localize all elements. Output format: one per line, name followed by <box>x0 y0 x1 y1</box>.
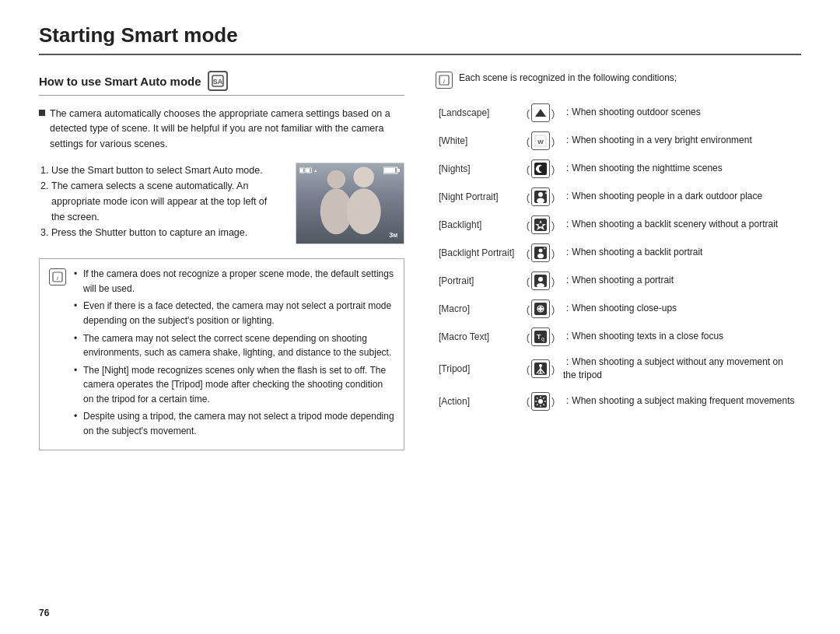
svg-text:i: i <box>57 275 58 282</box>
scene-row-night-portrait: [Night Portrait] ( ✦ <box>436 185 801 208</box>
camera-preview: ▲ <box>296 163 404 244</box>
backlight-icon <box>531 215 550 234</box>
content-columns: How to use Smart Auto mode SA The camera… <box>39 71 801 450</box>
svg-point-30 <box>539 249 543 253</box>
scene-desc-backlight: :When shooting a backlit scenery without… <box>560 213 801 236</box>
scene-row-macro: [Macro] ( <box>436 297 801 321</box>
svg-text:✦: ✦ <box>544 191 547 195</box>
scene-label-night-portrait: [Night Portrait] <box>436 185 521 208</box>
svg-rect-3 <box>300 169 303 173</box>
scene-desc-landscape: :When shooting outdoor scenes <box>560 101 801 124</box>
step-3: Press the Shutter button to capture an i… <box>51 225 283 240</box>
scene-label-portrait: [Portrait] <box>436 269 521 292</box>
scene-icon-landscape: ( ) <box>521 101 560 124</box>
svg-text:i: i <box>443 78 445 85</box>
backlight-portrait-icon: ✦ <box>531 243 550 262</box>
scene-icon-tripod: ( <box>521 353 560 385</box>
scene-desc-macro-text: :When shooting texts in a close focus <box>560 325 801 349</box>
note-item-2: Even if there is a face detected, the ca… <box>74 299 394 328</box>
svg-rect-5 <box>306 169 310 173</box>
scene-row-landscape: [Landscape] ( ) <box>436 101 801 124</box>
scene-label-macro-text: [Macro Text] <box>436 325 521 349</box>
right-column: i Each scene is recognized in the follow… <box>436 71 801 450</box>
intro-block: The camera automatically chooses the app… <box>39 107 404 152</box>
left-column: How to use Smart Auto mode SA The camera… <box>39 71 404 450</box>
section-heading-text: How to use Smart Auto mode <box>39 75 201 88</box>
svg-text:▲: ▲ <box>313 169 317 173</box>
page-container: Starting Smart mode How to use Smart Aut… <box>0 0 840 634</box>
scene-desc-night-portrait: :When shooting people in a dark outdoor … <box>560 185 801 208</box>
preview-3m-label: 3M <box>389 231 397 239</box>
svg-text:✦: ✦ <box>543 247 546 250</box>
scene-row-white: [White] ( W ) <box>436 129 801 152</box>
white-icon: W <box>531 131 550 150</box>
page-title: Starting Smart mode <box>39 23 801 55</box>
tripod-icon <box>531 359 550 378</box>
note-item-3: The camera may not select the correct sc… <box>74 331 394 360</box>
scene-icon-white: ( W ) <box>521 129 560 152</box>
svg-point-31 <box>537 254 544 258</box>
scene-icon-night-portrait: ( ✦ ) <box>521 185 560 208</box>
scene-label-action: [Action] <box>436 390 521 413</box>
macro-text-icon: T q <box>531 328 550 346</box>
note-item-5: Despite using a tripod, the camera may n… <box>74 409 394 438</box>
scene-row-portrait: [Portrait] ( <box>436 269 801 292</box>
scene-label-macro: [Macro] <box>436 297 521 321</box>
scene-label-landscape: [Landscape] <box>436 101 521 124</box>
svg-text:SA: SA <box>212 78 222 86</box>
svg-rect-9 <box>384 168 395 173</box>
scene-row-nights: [Nights] ( ) <box>436 157 801 180</box>
bullet-icon <box>39 110 45 116</box>
svg-marker-18 <box>535 109 546 117</box>
note-box: i If the camera does not recognize a pro… <box>39 258 404 450</box>
page-number: 76 <box>39 608 49 618</box>
landscape-icon <box>531 103 550 122</box>
svg-point-46 <box>539 364 542 367</box>
scene-row-macro-text: [Macro Text] ( T q <box>436 325 801 349</box>
scene-label-nights: [Nights] <box>436 157 521 180</box>
steps-area: Use the Smart button to select Smart Aut… <box>39 163 404 244</box>
preview-top-bar: ▲ <box>299 166 401 176</box>
scene-icon-macro-text: ( T q ) <box>521 325 560 349</box>
note-item-1: If the camera does not recognize a prope… <box>74 267 394 296</box>
svg-text:W: W <box>537 138 544 145</box>
right-note-icon: i <box>436 72 453 89</box>
scene-icon-nights: ( ) <box>521 157 560 180</box>
scene-desc-backlight-portrait: :When shooting a backlit portrait <box>560 241 801 264</box>
scene-label-backlight: [Backlight] <box>436 213 521 236</box>
note-icon: i <box>49 268 66 285</box>
scene-desc-white: :When shooting in a very bright environm… <box>560 129 801 152</box>
action-icon <box>531 392 550 411</box>
note-item-4: The [Night] mode recognizes scenes only … <box>74 363 394 407</box>
scene-desc-action: :When shooting a subject making frequent… <box>560 390 801 413</box>
scene-row-backlight: [Backlight] ( <box>436 213 801 236</box>
scene-row-action: [Action] ( <box>436 390 801 413</box>
scene-label-tripod: [Tripod] <box>436 353 521 385</box>
nights-icon <box>531 159 550 178</box>
scene-table: [Landscape] ( ) <box>436 101 801 413</box>
scene-icon-portrait: ( ) <box>521 269 560 292</box>
scene-desc-portrait: :When shooting a portrait <box>560 269 801 292</box>
svg-point-48 <box>538 399 543 404</box>
right-note: i Each scene is recognized in the follow… <box>436 71 801 89</box>
notes-list: If the camera does not recognize a prope… <box>74 267 394 442</box>
svg-text:q: q <box>541 336 544 342</box>
smart-auto-icon: SA <box>208 71 228 91</box>
scene-icon-action: ( <box>521 390 560 413</box>
scene-label-backlight-portrait: [Backlight Portrait] <box>436 241 521 264</box>
step-1: Use the Smart button to select Smart Aut… <box>51 163 283 178</box>
scene-icon-backlight: ( ) <box>521 213 560 236</box>
scene-icon-backlight-portrait: ( ✦ ) <box>521 241 560 264</box>
scene-label-white: [White] <box>436 129 521 152</box>
scene-desc-nights: :When shooting the nighttime scenes <box>560 157 801 180</box>
scene-row-tripod: [Tripod] ( <box>436 353 801 385</box>
svg-point-13 <box>347 188 381 234</box>
intro-text: The camera automatically chooses the app… <box>50 107 404 152</box>
right-note-text: Each scene is recognized in the followin… <box>459 71 677 85</box>
scene-row-backlight-portrait: [Backlight Portrait] ( ✦ <box>436 241 801 264</box>
steps-text: Use the Smart button to select Smart Aut… <box>39 163 283 244</box>
section-heading: How to use Smart Auto mode SA <box>39 71 404 96</box>
scene-desc-tripod: :When shooting a subject without any mov… <box>560 353 801 385</box>
scene-desc-macro: :When shooting close-ups <box>560 297 801 321</box>
svg-point-23 <box>538 192 543 197</box>
